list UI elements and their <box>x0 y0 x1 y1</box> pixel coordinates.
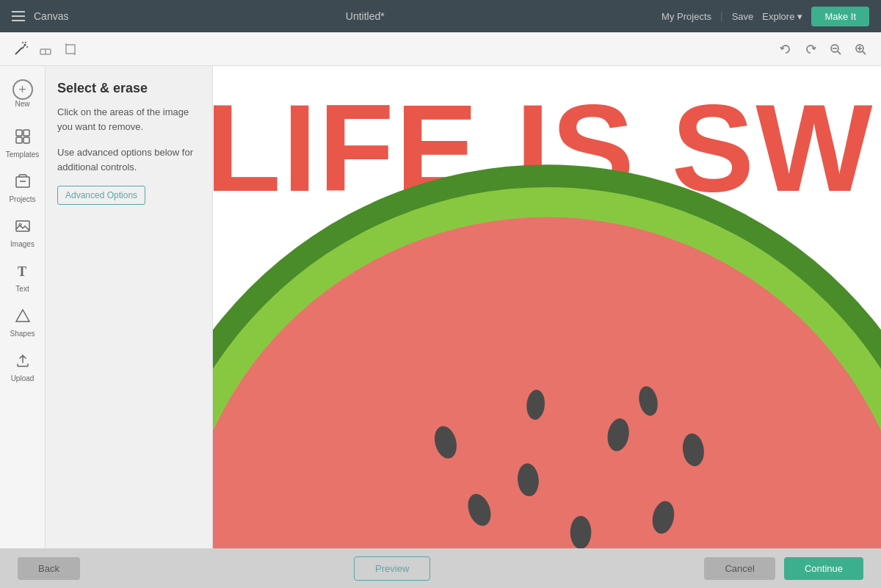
app-title: Canvas <box>34 10 68 22</box>
sidebar-text-label: Text <box>15 285 29 293</box>
sidebar-item-upload[interactable]: Upload <box>2 346 43 388</box>
redo-button[interactable] <box>802 40 819 58</box>
bottom-bar: Back Preview Cancel Continue <box>0 548 881 588</box>
panel-title: Select & erase <box>57 81 200 96</box>
panel-desc-2: Use advanced options below for additiona… <box>57 145 200 174</box>
sidebar-upload-label: Upload <box>11 374 35 382</box>
eraser-tool[interactable] <box>37 40 54 58</box>
svg-rect-20 <box>16 137 22 143</box>
sidebar-shapes-label: Shapes <box>10 330 35 338</box>
make-it-button[interactable]: Make It <box>811 7 869 26</box>
toolbar <box>0 32 881 66</box>
svg-rect-24 <box>16 221 29 231</box>
svg-rect-22 <box>16 177 29 187</box>
text-icon: T <box>15 263 31 283</box>
new-circle-icon: + <box>12 79 33 100</box>
svg-line-0 <box>15 48 22 54</box>
sidebar-new-label: New <box>15 100 29 108</box>
svg-rect-18 <box>16 130 22 136</box>
sidebar-item-text[interactable]: T Text <box>2 257 43 299</box>
panel-desc-1: Click on the areas of the image you want… <box>57 105 200 134</box>
chevron-down-icon: ▾ <box>797 11 802 22</box>
toolbar-tools <box>12 40 79 58</box>
doc-title: Untitled* <box>346 10 385 22</box>
svg-point-38 <box>570 516 592 548</box>
cancel-button[interactable]: Cancel <box>704 557 775 580</box>
sidebar-item-images[interactable]: Images <box>2 212 43 254</box>
header-divider: | <box>720 10 723 22</box>
sidebar-images-label: Images <box>10 240 35 248</box>
images-icon <box>15 218 31 238</box>
preview-button[interactable]: Preview <box>354 556 430 581</box>
svg-rect-21 <box>23 137 29 143</box>
svg-rect-8 <box>66 45 75 54</box>
svg-marker-27 <box>16 310 29 322</box>
crop-tool[interactable] <box>62 40 79 58</box>
projects-icon <box>15 173 31 193</box>
bottom-right-actions: Cancel Continue <box>704 557 863 580</box>
upload-icon <box>15 352 31 372</box>
sidebar-projects-label: Projects <box>9 195 35 203</box>
shapes-icon <box>15 308 31 327</box>
sidebar-item-new[interactable]: + New <box>2 73 43 114</box>
back-button[interactable]: Back <box>18 557 80 580</box>
main-content: + New Templates Proje <box>0 66 881 548</box>
svg-line-17 <box>863 51 866 54</box>
save-link[interactable]: Save <box>732 11 754 22</box>
continue-button[interactable]: Continue <box>784 557 863 580</box>
app-header: Canvas Untitled* My Projects | Save Expl… <box>0 0 881 32</box>
magic-wand-tool[interactable] <box>12 40 29 58</box>
svg-rect-19 <box>23 130 29 136</box>
sidebar-item-templates[interactable]: Templates <box>2 123 43 164</box>
sidebar-templates-label: Templates <box>6 150 40 159</box>
svg-line-13 <box>838 51 841 54</box>
templates-icon <box>15 128 31 148</box>
undo-button[interactable] <box>777 40 794 58</box>
left-panel: Select & erase Click on the areas of the… <box>46 66 213 548</box>
header-left: Canvas <box>12 10 68 22</box>
explore-button[interactable]: Explore ▾ <box>762 11 802 22</box>
svg-line-5 <box>25 42 26 43</box>
zoom-out-button[interactable] <box>827 40 844 58</box>
header-right: My Projects | Save Explore ▾ Make It <box>661 7 869 26</box>
sidebar-item-projects[interactable]: Projects <box>2 167 43 209</box>
zoom-in-button[interactable] <box>852 40 869 58</box>
icon-sidebar: + New Templates Proje <box>0 66 46 548</box>
svg-text:T: T <box>18 264 26 279</box>
toolbar-zoom <box>777 40 869 58</box>
sidebar-item-shapes[interactable]: Shapes <box>2 302 43 344</box>
advanced-options-button[interactable]: Advanced Options <box>57 186 145 205</box>
svg-point-2 <box>24 43 26 46</box>
canvas-area[interactable]: LIFE IS SWEET <box>213 66 881 548</box>
hamburger-menu[interactable] <box>12 11 25 21</box>
my-projects-link[interactable]: My Projects <box>661 11 711 22</box>
